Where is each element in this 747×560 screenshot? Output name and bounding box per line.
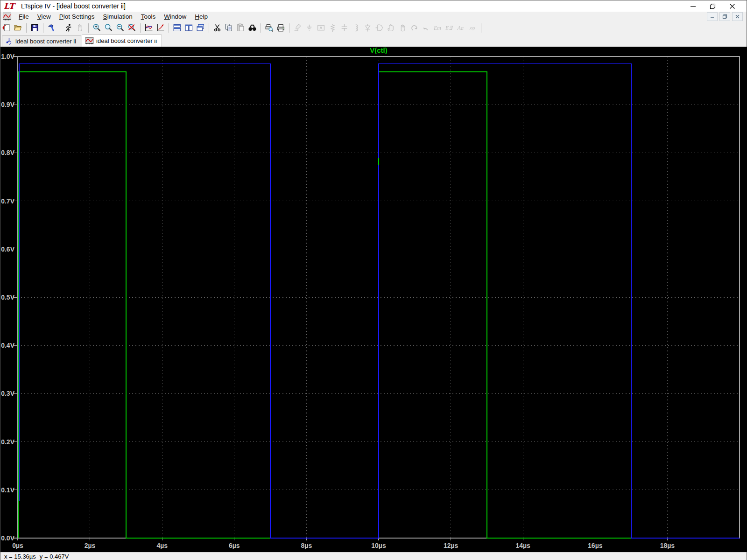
svg-text:Aa: Aa <box>457 25 464 31</box>
y-axis-tick-label: 0.1V <box>1 486 14 494</box>
y-axis-tick-label: 1.0V <box>1 53 14 60</box>
resistor-icon <box>328 23 337 32</box>
paste-button <box>235 22 246 33</box>
menu-tools[interactable]: Tools <box>137 12 160 21</box>
ltspice-logo-icon: LT <box>3 1 17 11</box>
open-button[interactable] <box>13 22 23 33</box>
control-panel-button[interactable] <box>46 22 57 33</box>
undo-icon <box>410 23 419 32</box>
waveform-plot-pane[interactable]: V(ctl)0.0V0.1V0.2V0.3V0.4V0.5V0.6V0.7V0.… <box>0 47 747 552</box>
tab-label: ideal boost converter ii <box>96 37 157 44</box>
toolbar-separator <box>289 23 289 33</box>
cursor-y-readout: y = 0.467V <box>40 553 69 560</box>
menu-plot-settings[interactable]: Plot Settings <box>55 12 99 21</box>
spice-directive-icon: .op <box>468 23 477 32</box>
close-button[interactable] <box>724 1 740 11</box>
y-axis-tick-label: 0.8V <box>1 149 14 156</box>
tab-1[interactable]: ideal boost converter ii <box>2 35 81 47</box>
printer-icon <box>276 23 285 32</box>
svg-text:LT: LT <box>4 1 16 11</box>
inductor-button <box>351 22 361 33</box>
menu-view[interactable]: View <box>33 12 55 21</box>
text-button: Aa <box>456 22 466 33</box>
net-label-icon: A <box>317 23 325 32</box>
tile-horizontal-button[interactable] <box>172 22 183 33</box>
window-controls <box>685 1 740 11</box>
schematic-tab-icon <box>5 37 13 45</box>
menu-help[interactable]: Help <box>190 12 212 21</box>
new-schematic-button[interactable] <box>1 22 12 33</box>
copy-button[interactable] <box>224 22 234 33</box>
x-axis-tick-label: 10µs <box>371 542 386 549</box>
halt-hand-icon <box>76 23 85 32</box>
inductor-icon <box>352 23 360 32</box>
zoom-out-button[interactable] <box>115 22 126 33</box>
y-axis-tick-label: 0.6V <box>1 245 14 253</box>
menu-file[interactable]: File <box>14 12 33 21</box>
mirror-icon: Em <box>433 23 442 32</box>
toolbar-separator <box>169 23 169 33</box>
mdi-minimize-button[interactable] <box>707 12 718 21</box>
mdi-restore-button[interactable] <box>719 12 730 21</box>
component-icon <box>375 23 384 32</box>
spice-directive-button: .op <box>467 22 478 33</box>
zoom-extents-icon <box>127 23 136 32</box>
plot-pane-button[interactable] <box>155 22 166 33</box>
tile-vertical-button[interactable] <box>183 22 194 33</box>
window-title: LTspice IV - [ideal boost converter ii] <box>21 2 685 10</box>
cascade-windows-button[interactable] <box>195 22 206 33</box>
x-axis-tick-label: 4µs <box>156 542 168 549</box>
toolbar-separator <box>60 23 60 33</box>
draw-wire-button <box>292 22 303 33</box>
zoom-out-icon <box>116 23 125 32</box>
capacitor-icon <box>340 23 349 32</box>
x-axis-tick-label: 14µs <box>515 542 530 549</box>
tile-vertical-icon <box>184 23 193 32</box>
net-label-button: A <box>316 22 326 33</box>
y-axis-tick-label: 0.3V <box>1 390 14 397</box>
mdi-close-button[interactable] <box>732 12 743 21</box>
tab-2-active[interactable]: ideal boost converter ii <box>82 35 162 47</box>
ltspice-window: LT LTspice IV - [ideal boost converter i… <box>0 0 747 560</box>
find-button[interactable] <box>247 22 258 33</box>
toolbar: AEmE∃Aa.op <box>0 21 747 35</box>
zoom-back-icon <box>104 23 113 32</box>
x-axis-tick-label: 0µs <box>12 542 23 549</box>
toolbar-separator <box>209 23 209 33</box>
title-bar: LT LTspice IV - [ideal boost converter i… <box>0 0 747 12</box>
zoom-area-button[interactable] <box>92 22 102 33</box>
x-axis-tick-label: 12µs <box>444 542 458 549</box>
autorange-plot-icon <box>144 23 153 32</box>
hammer-icon <box>47 23 56 32</box>
toolbar-separator <box>88 23 89 33</box>
cascade-icon <box>196 23 205 32</box>
toolbar-separator <box>43 23 43 33</box>
toolbar-separator <box>261 23 261 33</box>
print-preview-button[interactable] <box>264 22 275 33</box>
waveform-canvas[interactable]: V(ctl)0.0V0.1V0.2V0.3V0.4V0.5V0.6V0.7V0.… <box>0 47 747 552</box>
print-preview-icon <box>265 23 274 32</box>
menu-window[interactable]: Window <box>160 12 190 21</box>
restore-button[interactable] <box>705 1 720 11</box>
y-axis-tick-label: 0.7V <box>1 197 14 205</box>
run-button[interactable] <box>63 22 74 33</box>
y-axis-tick-label: 0.4V <box>1 342 14 349</box>
print-button[interactable] <box>275 22 286 33</box>
zoom-back-button[interactable] <box>103 22 114 33</box>
minimize-button[interactable] <box>685 1 701 11</box>
rotate-button: E∃ <box>444 22 455 33</box>
tab-bar: ideal boost converter iiideal boost conv… <box>0 34 747 47</box>
x-axis-tick-label: 18µs <box>660 542 675 549</box>
autorange-y-button[interactable] <box>143 22 154 33</box>
y-axis-tick-label: 0.0V <box>1 534 14 542</box>
svg-text:E∃: E∃ <box>445 25 453 31</box>
menu-simulation[interactable]: Simulation <box>99 12 137 21</box>
save-button[interactable] <box>29 22 40 33</box>
svg-text:.op: .op <box>469 25 475 30</box>
rotate-icon: E∃ <box>445 23 454 32</box>
zoom-in-icon <box>92 23 101 32</box>
folder-open-icon <box>14 23 22 32</box>
cut-button[interactable] <box>212 22 223 33</box>
mdi-window-controls <box>707 12 743 21</box>
zoom-full-extents-button[interactable] <box>127 22 137 33</box>
